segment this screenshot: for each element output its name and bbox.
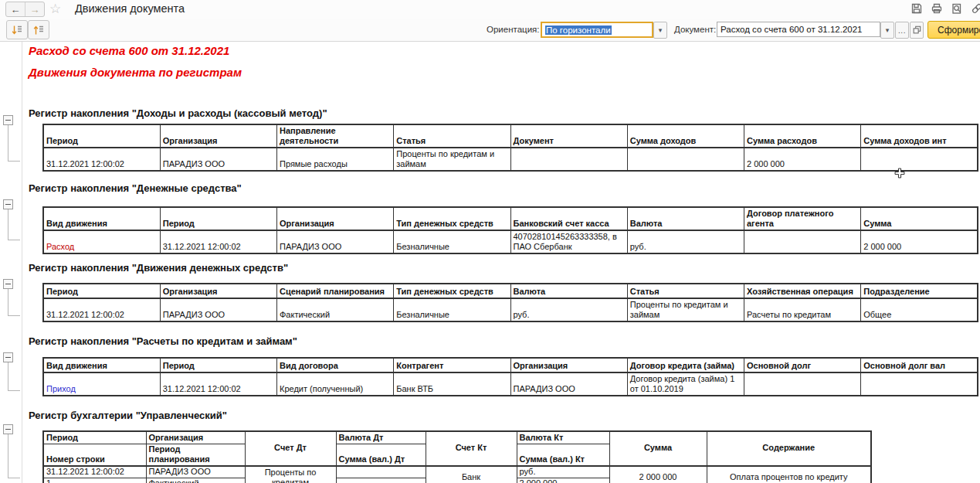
forward-button[interactable]: → — [25, 2, 44, 16]
cell[interactable]: Проценты по кредитам — [245, 466, 336, 483]
column-header[interactable]: Сумма (вал.) Кт — [517, 444, 609, 466]
cell[interactable]: руб. — [510, 298, 627, 321]
cell[interactable]: Договор кредита (займа) 1 от 01.10.2019 — [627, 372, 744, 396]
cell[interactable] — [627, 148, 744, 171]
column-header[interactable]: Счет Дт — [245, 431, 336, 466]
cell[interactable]: 31.12.2021 12:00:02 — [43, 298, 160, 321]
column-header[interactable]: Сценарий планирования — [277, 284, 394, 298]
cell[interactable]: 31.12.2021 12:00:02 — [160, 372, 276, 396]
column-header[interactable]: Сумма — [609, 431, 707, 466]
cell[interactable]: Приход — [43, 372, 160, 396]
column-header[interactable]: Валюта Дт — [336, 431, 426, 444]
column-header[interactable]: Содержание — [707, 431, 871, 466]
cell[interactable]: 2 000 000 — [609, 466, 707, 483]
column-header[interactable]: Период — [43, 284, 160, 298]
cell[interactable]: Безналичные — [394, 230, 510, 253]
save-icon[interactable] — [910, 2, 924, 15]
group-collapse-toggle[interactable] — [3, 115, 13, 125]
cell[interactable]: Проценты по кредитам и займам — [394, 148, 510, 171]
column-header[interactable]: Направление деятельности — [277, 124, 394, 148]
column-header[interactable]: Период — [43, 124, 160, 148]
column-header[interactable]: Вид договора — [277, 358, 394, 372]
cell[interactable]: руб. — [517, 466, 609, 478]
cell[interactable]: Банк ВТБ — [394, 372, 510, 396]
cell[interactable]: Расход — [43, 230, 160, 253]
column-header[interactable]: Валюта — [510, 284, 627, 298]
cell[interactable]: ПАРАДИЗ ООО — [160, 298, 276, 321]
column-header[interactable]: Организация — [146, 431, 245, 444]
cell[interactable]: 31.12.2021 12:00:02 — [160, 230, 276, 253]
cell[interactable]: Кредит (полученный) — [277, 372, 394, 396]
column-header[interactable]: Период — [43, 431, 146, 444]
column-header[interactable]: Сумма доходов инт — [861, 124, 978, 148]
column-header[interactable]: Договор кредита (займа) — [627, 358, 744, 372]
cell[interactable]: Проценты по кредитам и займам — [627, 298, 744, 321]
column-header[interactable]: Банковский счет касса — [510, 207, 627, 230]
column-header[interactable]: Сумма расходов — [744, 124, 861, 148]
preview-icon[interactable] — [950, 2, 964, 15]
link-icon[interactable] — [970, 2, 980, 15]
column-header[interactable]: Сумма (вал.) Дт — [336, 444, 426, 466]
column-header[interactable]: Счет Кт — [426, 431, 517, 466]
cell[interactable] — [861, 372, 978, 396]
collapse-groups-button[interactable] — [28, 20, 49, 39]
document-open-icon[interactable] — [910, 22, 924, 39]
cell[interactable]: ПАРАДИЗ ООО — [160, 148, 276, 171]
cell[interactable] — [744, 230, 861, 253]
cell[interactable] — [336, 466, 426, 478]
column-header[interactable]: Вид движения — [43, 207, 160, 230]
column-header[interactable]: Номер строки — [43, 444, 146, 466]
cell[interactable]: Оплата процентов по кредиту — [707, 466, 871, 483]
column-header[interactable]: Статья — [394, 124, 510, 148]
cell[interactable]: ПАРАДИЗ ООО — [277, 230, 394, 253]
group-collapse-toggle[interactable] — [3, 424, 13, 434]
cell[interactable]: 2 000 000 — [517, 478, 609, 483]
cell[interactable]: 2 000 000 — [744, 148, 861, 171]
cell[interactable]: 2 000 000 — [861, 230, 978, 253]
column-header[interactable]: Подразделение — [861, 284, 978, 298]
column-header[interactable]: Сумма — [861, 207, 978, 230]
cell[interactable]: 31.12.2021 12:00:02 — [43, 148, 160, 171]
group-collapse-toggle[interactable] — [3, 279, 13, 289]
cell[interactable]: Общее — [861, 298, 978, 321]
document-field[interactable]: Расход со счета 600 от 31.12.2021 — [717, 22, 880, 37]
column-header[interactable]: Основной долг вал — [861, 358, 978, 372]
favorite-star-icon[interactable]: ☆ — [49, 0, 61, 19]
cell[interactable]: 31.12.2021 12:00:02 — [43, 466, 146, 478]
cell[interactable] — [744, 372, 861, 396]
cell[interactable]: Прямые расходы — [277, 148, 394, 171]
column-header[interactable]: Период — [160, 358, 276, 372]
cell[interactable]: ПАРАДИЗ ООО — [510, 372, 627, 396]
cell[interactable]: Фактический — [146, 478, 245, 483]
group-collapse-toggle[interactable] — [3, 352, 13, 362]
cell[interactable]: Банк — [426, 466, 517, 483]
column-header[interactable]: Период — [160, 207, 276, 230]
cell[interactable]: Расчеты по кредитам — [744, 298, 861, 321]
column-header[interactable]: Тип денежных средств — [394, 284, 510, 298]
column-header[interactable]: Сумма доходов — [627, 124, 744, 148]
column-header[interactable]: Вид движения — [43, 358, 160, 372]
column-header[interactable]: Хозяйственная операция — [744, 284, 861, 298]
column-header[interactable]: Организация — [510, 358, 627, 372]
document-more-button[interactable]: ... — [895, 22, 909, 39]
cell[interactable]: 1 — [43, 478, 146, 483]
column-header[interactable]: Статья — [627, 284, 744, 298]
column-header[interactable]: Организация — [160, 284, 276, 298]
column-header[interactable]: Организация — [277, 207, 394, 230]
column-header[interactable]: Основной долг — [744, 358, 861, 372]
cell[interactable] — [510, 148, 627, 171]
orientation-dropdown-button[interactable]: ▾ — [653, 22, 667, 39]
column-header[interactable]: Организация — [160, 124, 276, 148]
cell[interactable] — [861, 148, 978, 171]
column-header[interactable]: Договор платежного агента — [744, 207, 861, 230]
document-dropdown-button[interactable]: ▾ — [880, 22, 894, 39]
print-icon[interactable] — [930, 2, 944, 15]
cell[interactable]: Безналичные — [394, 298, 510, 321]
cell[interactable]: 40702810145263333358, в ПАО Сбербанк — [510, 230, 627, 253]
cell[interactable]: Фактический — [277, 298, 394, 321]
generate-button[interactable]: Сформировать — [927, 21, 980, 39]
column-header[interactable]: Период планирования — [146, 444, 245, 466]
column-header[interactable]: Валюта Кт — [517, 431, 609, 444]
column-header[interactable]: Документ — [510, 124, 627, 148]
column-header[interactable]: Контрагент — [394, 358, 510, 372]
